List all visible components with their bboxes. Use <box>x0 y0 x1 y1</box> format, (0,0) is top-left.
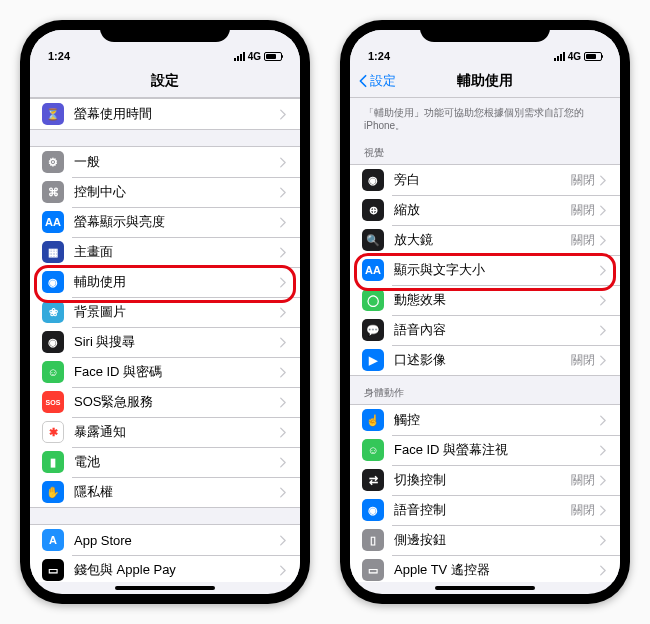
chevron-right-icon <box>599 475 606 486</box>
row-display-brightness[interactable]: AA螢幕顯示與亮度 <box>30 207 300 237</box>
row-label: 語音控制 <box>394 501 571 519</box>
status-network: 4G <box>248 51 261 62</box>
settings-group: AApp Store▭錢包與 Apple Pay <box>30 524 300 582</box>
screen-time-icon: ⏳ <box>42 103 64 125</box>
row-label: Face ID 與密碼 <box>74 363 279 381</box>
row-side-button[interactable]: ▯側邊按鈕 <box>350 525 620 555</box>
accessibility-icon: ◉ <box>42 271 64 293</box>
chevron-left-icon <box>358 74 368 88</box>
row-wallpaper[interactable]: ❀背景圖片 <box>30 297 300 327</box>
row-label: 一般 <box>74 153 279 171</box>
row-spoken-content[interactable]: 💬語音內容 <box>350 315 620 345</box>
row-faceid-attention[interactable]: ☺Face ID 與螢幕注視 <box>350 435 620 465</box>
row-home-screen[interactable]: ▦主畫面 <box>30 237 300 267</box>
nav-back-button[interactable]: 設定 <box>358 72 396 90</box>
row-motion[interactable]: ◯動態效果 <box>350 285 620 315</box>
chevron-right-icon <box>279 337 286 348</box>
settings-group: ◉旁白關閉⊕縮放關閉🔍放大鏡關閉AA顯示與文字大小◯動態效果💬語音內容▶口述影像… <box>350 164 620 376</box>
row-label: 控制中心 <box>74 183 279 201</box>
row-general[interactable]: ⚙一般 <box>30 147 300 177</box>
home-indicator[interactable] <box>435 586 535 590</box>
row-apple-tv-remote[interactable]: ▭Apple TV 遙控器 <box>350 555 620 582</box>
display-brightness-icon: AA <box>42 211 64 233</box>
wallpaper-icon: ❀ <box>42 301 64 323</box>
row-battery[interactable]: ▮電池 <box>30 447 300 477</box>
row-touch[interactable]: ☝觸控 <box>350 405 620 435</box>
row-value: 關閉 <box>571 202 595 219</box>
row-exposure-notification[interactable]: ✱暴露通知 <box>30 417 300 447</box>
settings-group: ⏳螢幕使用時間 <box>30 98 300 130</box>
home-screen-icon: ▦ <box>42 241 64 263</box>
home-indicator[interactable] <box>115 586 215 590</box>
row-label: 縮放 <box>394 201 571 219</box>
settings-list[interactable]: ⏳螢幕使用時間⚙一般⌘控制中心AA螢幕顯示與亮度▦主畫面◉輔助使用❀背景圖片◉S… <box>30 98 300 582</box>
section-header: 身體動作 <box>350 376 620 404</box>
row-label: 口述影像 <box>394 351 571 369</box>
nav-bar: 設定 <box>30 64 300 98</box>
chevron-right-icon <box>599 205 606 216</box>
row-control-center[interactable]: ⌘控制中心 <box>30 177 300 207</box>
row-label: 切換控制 <box>394 471 571 489</box>
row-label: 語音內容 <box>394 321 599 339</box>
nav-title: 設定 <box>151 72 179 90</box>
sos-icon: SOS <box>42 391 64 413</box>
privacy-icon: ✋ <box>42 481 64 503</box>
nav-bar: 設定 輔助使用 <box>350 64 620 98</box>
row-voice-control[interactable]: ◉語音控制關閉 <box>350 495 620 525</box>
chevron-right-icon <box>279 487 286 498</box>
row-value: 關閉 <box>571 232 595 249</box>
status-time: 1:24 <box>48 50 70 62</box>
chevron-right-icon <box>279 247 286 258</box>
chevron-right-icon <box>599 565 606 576</box>
control-center-icon: ⌘ <box>42 181 64 203</box>
section-header: 視覺 <box>350 136 620 164</box>
row-label: 放大鏡 <box>394 231 571 249</box>
row-privacy[interactable]: ✋隱私權 <box>30 477 300 507</box>
row-siri-search[interactable]: ◉Siri 與搜尋 <box>30 327 300 357</box>
chevron-right-icon <box>279 397 286 408</box>
row-zoom[interactable]: ⊕縮放關閉 <box>350 195 620 225</box>
accessibility-list[interactable]: 「輔助使用」功能可協助您根據個別需求自訂您的 iPhone。 視覺◉旁白關閉⊕縮… <box>350 98 620 582</box>
row-label: 暴露通知 <box>74 423 279 441</box>
chevron-right-icon <box>279 157 286 168</box>
chevron-right-icon <box>279 307 286 318</box>
row-label: 電池 <box>74 453 279 471</box>
chevron-right-icon <box>599 235 606 246</box>
phone-right: 1:24 4G 設定 輔助使用 「輔助使用」功能可協助您根據個別需求自訂您的 i… <box>340 20 630 604</box>
row-value: 關閉 <box>571 352 595 369</box>
row-display-text-size[interactable]: AA顯示與文字大小 <box>350 255 620 285</box>
row-accessibility[interactable]: ◉輔助使用 <box>30 267 300 297</box>
wallet-applepay-icon: ▭ <box>42 559 64 581</box>
status-right: 4G <box>554 51 602 62</box>
voiceover-icon: ◉ <box>362 169 384 191</box>
row-faceid-passcode[interactable]: ☺Face ID 與密碼 <box>30 357 300 387</box>
chevron-right-icon <box>279 109 286 120</box>
row-screen-time[interactable]: ⏳螢幕使用時間 <box>30 99 300 129</box>
audio-descriptions-icon: ▶ <box>362 349 384 371</box>
chevron-right-icon <box>599 295 606 306</box>
voice-control-icon: ◉ <box>362 499 384 521</box>
chevron-right-icon <box>279 277 286 288</box>
row-wallet-applepay[interactable]: ▭錢包與 Apple Pay <box>30 555 300 582</box>
row-switch-control[interactable]: ⇄切換控制關閉 <box>350 465 620 495</box>
row-magnifier[interactable]: 🔍放大鏡關閉 <box>350 225 620 255</box>
row-value: 關閉 <box>571 472 595 489</box>
row-label: 主畫面 <box>74 243 279 261</box>
status-time: 1:24 <box>368 50 390 62</box>
row-label: Siri 與搜尋 <box>74 333 279 351</box>
chevron-right-icon <box>599 505 606 516</box>
faceid-passcode-icon: ☺ <box>42 361 64 383</box>
row-app-store[interactable]: AApp Store <box>30 525 300 555</box>
chevron-right-icon <box>599 535 606 546</box>
row-audio-descriptions[interactable]: ▶口述影像關閉 <box>350 345 620 375</box>
row-voiceover[interactable]: ◉旁白關閉 <box>350 165 620 195</box>
row-label: 觸控 <box>394 411 599 429</box>
chevron-right-icon <box>279 217 286 228</box>
row-sos[interactable]: SOSSOS緊急服務 <box>30 387 300 417</box>
row-value: 關閉 <box>571 502 595 519</box>
row-value: 關閉 <box>571 172 595 189</box>
touch-icon: ☝ <box>362 409 384 431</box>
spoken-content-icon: 💬 <box>362 319 384 341</box>
row-label: 隱私權 <box>74 483 279 501</box>
row-label: 背景圖片 <box>74 303 279 321</box>
